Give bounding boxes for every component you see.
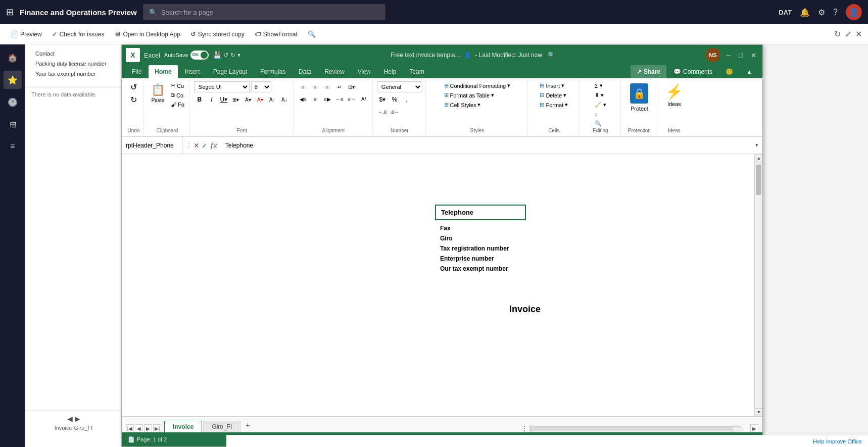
open-desktop-button[interactable]: 🖥 Open in Desktop App xyxy=(110,28,184,40)
protect-button[interactable]: 🔒 Protect xyxy=(626,81,652,114)
collapse-ribbon-icon[interactable]: ▲ xyxy=(740,65,758,78)
formula-dropdown-icon[interactable]: ▾ xyxy=(751,142,762,148)
fax-cell[interactable]: Fax xyxy=(440,225,451,232)
copy-button[interactable]: ⧉ Co xyxy=(169,91,186,100)
tax-reg-cell[interactable]: Tax registration number xyxy=(440,245,509,252)
angle-text-button[interactable]: A/ xyxy=(358,93,369,105)
help-improve-bar[interactable]: Help Improve Office xyxy=(226,435,868,447)
scroll-up-button[interactable]: ▲ xyxy=(755,154,762,162)
tab-review[interactable]: Review xyxy=(318,65,350,78)
bold-button[interactable]: B xyxy=(194,94,205,105)
horizontal-scroll-thumb[interactable] xyxy=(532,427,734,431)
comments-tab[interactable]: 💬 Comments xyxy=(667,65,718,78)
cut-button[interactable]: ✂ Cu xyxy=(169,81,186,90)
tab-last-button[interactable]: ▶| xyxy=(153,424,161,432)
sheet-tab-giro[interactable]: Giro_FI xyxy=(203,421,240,432)
number-format-selector[interactable]: General xyxy=(377,81,422,92)
h-scroll-right-button[interactable]: ▶ xyxy=(750,424,758,432)
left-item-contact[interactable]: Contact xyxy=(31,48,116,59)
increase-font-button[interactable]: A↑ xyxy=(267,94,278,105)
function-icon[interactable]: ƒx xyxy=(210,141,217,150)
excel-minimize-btn[interactable]: ─ xyxy=(724,52,733,59)
tab-prev-button[interactable]: ◀ xyxy=(135,424,143,432)
merge-button[interactable]: ⊡▾ xyxy=(346,81,357,92)
tab-formulas[interactable]: Formulas xyxy=(254,65,292,78)
redo-button[interactable]: ↻ xyxy=(128,94,139,106)
next-nav-icon[interactable]: ▶ xyxy=(75,415,80,423)
percent-button[interactable]: % xyxy=(389,94,400,105)
sheet-nav-prev[interactable]: Invoice xyxy=(55,425,72,431)
tab-file[interactable]: File xyxy=(126,65,148,78)
search-excel-icon[interactable]: 🔍 xyxy=(548,52,555,59)
sync-stored-button[interactable]: ↺ Sync stored copy xyxy=(186,28,249,40)
align-right-button[interactable]: ≡▶ xyxy=(322,93,333,105)
left-item-tax-exempt[interactable]: Your tax exempt number xyxy=(31,69,116,79)
prev-nav-icon[interactable]: ◀ xyxy=(67,415,73,423)
settings-icon[interactable]: ⚙ xyxy=(818,8,825,17)
align-top-right-button[interactable]: ≡ xyxy=(322,81,333,92)
sort-button[interactable]: ↕ xyxy=(593,110,600,118)
redo-quick-icon[interactable]: ↻ xyxy=(230,52,235,59)
sidebar-grid-icon[interactable]: ⊞ xyxy=(4,115,22,133)
tab-menu-icon[interactable]: ⋮ xyxy=(521,424,528,432)
invoice-title-cell[interactable]: Invoice xyxy=(509,304,541,314)
increase-decimal-button[interactable]: ←.0 xyxy=(377,107,388,118)
excel-maximize-btn[interactable]: □ xyxy=(737,52,745,59)
notification-icon[interactable]: 🔔 xyxy=(800,8,810,17)
comma-button[interactable]: , xyxy=(401,94,412,105)
tab-data[interactable]: Data xyxy=(293,65,317,78)
font-selector[interactable]: Segoe UI xyxy=(194,81,250,92)
fill-button[interactable]: ⬇ ▾ xyxy=(593,91,606,100)
wrap-text-button[interactable]: ↵ xyxy=(334,81,345,92)
scroll-thumb[interactable] xyxy=(756,165,761,195)
indent-decrease-button[interactable]: ←≡ xyxy=(334,93,345,105)
close-panel-icon[interactable]: ✕ xyxy=(855,29,862,39)
search-bar[interactable]: 🔍 Search for a page xyxy=(143,4,385,20)
undo-button[interactable]: ↺ xyxy=(128,81,139,93)
expand-icon[interactable]: ⤢ xyxy=(845,29,851,39)
fill-color-button[interactable]: A▾ xyxy=(243,94,254,105)
currency-button[interactable]: $▾ xyxy=(377,94,388,105)
tab-team[interactable]: Team xyxy=(403,65,430,78)
format-cells-button[interactable]: ⊞ Format ▾ xyxy=(538,101,570,109)
cell-styles-button[interactable]: ⊞ Cell Styles ▾ xyxy=(442,101,483,109)
indent-increase-button[interactable]: ≡→ xyxy=(346,93,357,105)
decrease-decimal-button[interactable]: .0→ xyxy=(389,107,400,118)
tab-page-layout[interactable]: Page Layout xyxy=(207,65,253,78)
preview-button[interactable]: 📄 Preview xyxy=(6,28,46,40)
enterprise-num-cell[interactable]: Enterprise number xyxy=(440,255,494,262)
align-top-center-button[interactable]: ≡ xyxy=(310,81,321,92)
excel-close-btn[interactable]: ✕ xyxy=(749,52,758,59)
format-painter-button[interactable]: 🖌 Fo xyxy=(169,101,186,109)
align-center-button[interactable]: ≡ xyxy=(310,93,321,105)
sheet-nav-next[interactable]: Giro_FI xyxy=(74,425,93,431)
cell-reference-input[interactable] xyxy=(122,137,182,154)
undo-quick-icon[interactable]: ↺ xyxy=(223,52,228,59)
tab-view[interactable]: View xyxy=(352,65,377,78)
tab-help[interactable]: Help xyxy=(378,65,403,78)
sidebar-recent-icon[interactable]: 🕐 xyxy=(4,93,22,111)
tab-first-button[interactable]: |◀ xyxy=(126,424,134,432)
paste-button[interactable]: 📋 Paste xyxy=(148,81,168,106)
giro-cell[interactable]: Giro xyxy=(440,235,453,242)
help-icon[interactable]: ? xyxy=(833,8,838,17)
add-sheet-button[interactable]: + xyxy=(242,419,254,431)
italic-button[interactable]: I xyxy=(206,94,217,105)
font-size-selector[interactable]: 8 xyxy=(251,81,271,92)
sidebar-list-icon[interactable]: ≡ xyxy=(4,137,22,156)
sidebar-home-icon[interactable]: 🏠 xyxy=(4,48,22,67)
more-quick-icon[interactable]: ▾ xyxy=(237,52,240,59)
ideas-button[interactable]: ⚡ Ideas xyxy=(661,81,687,109)
telephone-cell[interactable]: Telephone xyxy=(441,209,473,216)
autosum-button[interactable]: Σ ▾ xyxy=(593,81,605,90)
align-left-button[interactable]: ◀≡ xyxy=(298,93,309,105)
left-item-packing[interactable]: Packing duty license number xyxy=(31,59,116,69)
tab-next-button[interactable]: ▶ xyxy=(144,424,152,432)
sidebar-star-icon[interactable]: ⭐ xyxy=(4,71,22,89)
user-avatar[interactable]: 👤 xyxy=(846,4,862,20)
tab-home[interactable]: Home xyxy=(149,65,177,78)
border-button[interactable]: ⊞▾ xyxy=(230,94,242,105)
autosave-toggle[interactable]: On xyxy=(190,51,209,60)
show-format-button[interactable]: 🏷 ShowFormat xyxy=(251,28,302,40)
font-color-button[interactable]: A▾ xyxy=(255,94,266,105)
